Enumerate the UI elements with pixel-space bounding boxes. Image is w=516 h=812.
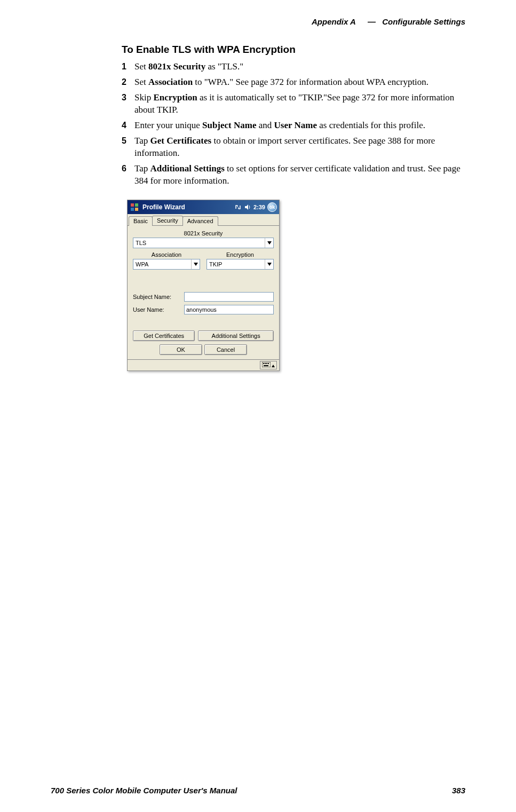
security-group-label: 8021x Security	[133, 230, 274, 236]
keyboard-sip-button[interactable]	[260, 361, 277, 369]
svg-rect-0	[131, 203, 134, 207]
step-number: 1	[122, 61, 126, 73]
svg-rect-3	[135, 208, 138, 211]
step-text-mid: and	[257, 120, 274, 130]
svg-rect-2	[131, 208, 134, 211]
subject-name-label: Subject Name:	[133, 294, 184, 300]
get-certificates-button[interactable]: Get Certificates	[133, 330, 195, 341]
volume-icon[interactable]	[244, 203, 251, 211]
footer-manual-title: 700 Series Color Mobile Computer User's …	[51, 786, 237, 795]
chevron-up-icon	[272, 362, 275, 368]
ok-icon[interactable]: ok	[267, 202, 277, 212]
step-2: 2 Set Association to "WPA." See page 372…	[122, 76, 469, 89]
subject-name-row: Subject Name:	[133, 292, 274, 302]
step-4: 4 Enter your unique Subject Name and Use…	[122, 120, 469, 132]
step-5: 5 Tap Get Certificates to obtain or impo…	[122, 135, 469, 160]
step-text-pre: Tap	[134, 163, 150, 174]
step-text-pre: Tap	[134, 136, 150, 146]
association-column: Association WPA	[133, 251, 200, 270]
cancel-button[interactable]: Cancel	[204, 344, 247, 355]
svg-rect-4	[262, 362, 271, 367]
svg-rect-7	[266, 363, 267, 364]
keyboard-icon	[262, 362, 271, 368]
steps-list: 1 Set 8021x Security as "TLS." 2 Set Ass…	[122, 61, 469, 187]
tab-row: Basic Security Advanced	[128, 214, 279, 226]
page-header: Appendix A — Configurable Settings	[312, 17, 465, 26]
footer-page-number: 383	[452, 786, 465, 795]
clock-time: 2:39	[253, 204, 265, 210]
tab-security[interactable]: Security	[152, 216, 183, 225]
encryption-value: TKIP	[207, 261, 265, 267]
svg-rect-1	[135, 203, 138, 207]
step-number: 4	[122, 120, 126, 131]
spacer	[133, 270, 274, 289]
step-text-pre: Enter your unique	[134, 120, 202, 130]
association-dropdown[interactable]: WPA	[133, 259, 200, 270]
step-text-post: as credentials for this profile.	[317, 120, 425, 130]
step-text-bold: Subject Name	[202, 120, 257, 130]
association-label: Association	[152, 251, 181, 258]
connectivity-icon[interactable]	[234, 203, 242, 211]
8021x-security-dropdown[interactable]: TLS	[133, 238, 274, 248]
assoc-enc-row: Association WPA Encryption TKIP	[133, 251, 274, 270]
dialog-screenshot-wrap: Profile Wizard 2:39 ok Basic Security	[127, 200, 469, 371]
association-value: WPA	[133, 261, 191, 267]
security-tab-panel: 8021x Security TLS Association WPA	[128, 226, 279, 359]
header-title: Configurable Settings	[382, 17, 465, 26]
step-text-bold: Association	[148, 77, 193, 87]
user-name-input[interactable]	[184, 305, 274, 314]
step-text-pre: Skip	[134, 92, 153, 103]
step-text-bold: Encryption	[153, 92, 197, 103]
svg-rect-6	[265, 363, 266, 364]
user-name-label: User Name:	[133, 306, 184, 313]
section-title: To Enable TLS with WPA Encryption	[122, 44, 469, 56]
user-name-row: User Name:	[133, 305, 274, 314]
windows-logo-icon	[130, 202, 139, 212]
step-6: 6 Tap Additional Settings to set options…	[122, 163, 469, 187]
sip-row	[128, 359, 279, 370]
8021x-security-value: TLS	[133, 240, 265, 246]
encryption-dropdown[interactable]: TKIP	[207, 259, 274, 270]
step-number: 3	[122, 92, 126, 104]
tab-advanced[interactable]: Advanced	[182, 216, 218, 226]
step-text-post: to "WPA." See page 372 for information a…	[193, 77, 428, 87]
step-text-bold: 8021x Security	[148, 61, 205, 72]
step-text-pre: Set	[134, 77, 148, 87]
chevron-down-icon	[265, 259, 273, 269]
ok-button[interactable]: OK	[160, 344, 202, 355]
step-text-bold: Get Certificates	[150, 136, 212, 146]
encryption-column: Encryption TKIP	[207, 251, 274, 270]
svg-rect-8	[268, 363, 269, 364]
step-number: 2	[122, 76, 126, 88]
appendix-label: Appendix A	[312, 17, 356, 26]
encryption-label: Encryption	[226, 251, 254, 258]
step-1: 1 Set 8021x Security as "TLS."	[122, 61, 469, 73]
svg-rect-5	[263, 363, 264, 364]
chevron-down-icon	[191, 259, 200, 269]
svg-rect-9	[264, 365, 268, 366]
chevron-down-icon	[265, 238, 273, 248]
cert-settings-button-row: Get Certificates Additional Settings	[133, 330, 274, 341]
step-3: 3 Skip Encryption as it is automatically…	[122, 92, 469, 116]
titlebar: Profile Wizard 2:39 ok	[128, 200, 279, 214]
subject-name-input[interactable]	[184, 292, 274, 302]
profile-wizard-dialog: Profile Wizard 2:39 ok Basic Security	[127, 200, 280, 371]
step-text-pre: Set	[134, 61, 148, 72]
tab-basic[interactable]: Basic	[129, 216, 153, 226]
content-area: To Enable TLS with WPA Encryption 1 Set …	[122, 44, 469, 371]
step-number: 5	[122, 135, 126, 147]
dialog-title: Profile Wizard	[142, 203, 234, 211]
additional-settings-button[interactable]: Additional Settings	[198, 330, 274, 341]
ok-cancel-row: OK Cancel	[133, 344, 274, 355]
header-dash: —	[368, 17, 376, 26]
step-text-bold: Additional Settings	[150, 163, 225, 174]
step-number: 6	[122, 163, 126, 175]
page-footer: 700 Series Color Mobile Computer User's …	[51, 786, 465, 795]
step-text-post: as "TLS."	[205, 61, 243, 72]
step-text-bold2: User Name	[274, 120, 317, 130]
titlebar-icons: 2:39 ok	[234, 202, 277, 212]
